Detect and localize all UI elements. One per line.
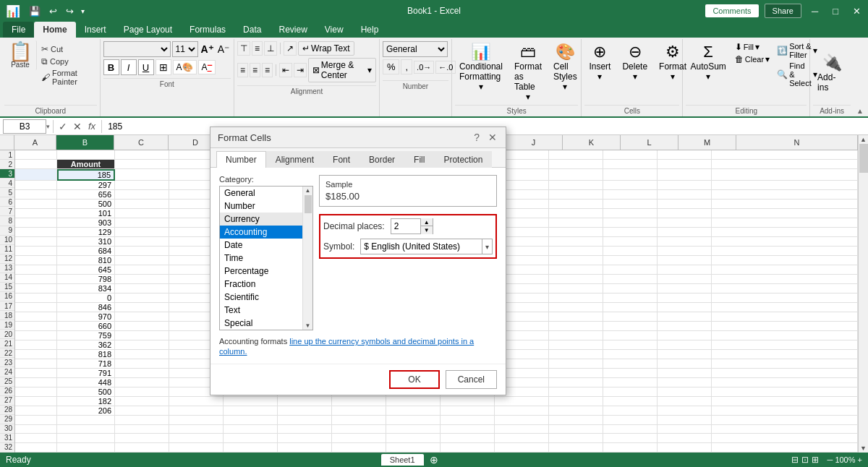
decimal-down-btn[interactable]: ▼ bbox=[421, 226, 433, 234]
dialog-close-btn[interactable]: ✕ bbox=[487, 132, 498, 143]
cat-accounting[interactable]: Accounting bbox=[220, 226, 302, 239]
format-empty-area bbox=[319, 265, 497, 308]
category-list[interactable]: General Number Currency Accounting Date … bbox=[220, 187, 302, 331]
description-text: Accounting formats bbox=[219, 337, 289, 346]
cat-scientific[interactable]: Scientific bbox=[220, 291, 302, 304]
cat-currency[interactable]: Currency bbox=[220, 213, 302, 226]
cat-fraction[interactable]: Fraction bbox=[220, 278, 302, 291]
dialog-help-btn[interactable]: ? bbox=[471, 132, 482, 143]
cat-general[interactable]: General bbox=[220, 187, 302, 200]
sample-value: $185.00 bbox=[326, 191, 490, 202]
decimal-places-row: Decimal places: ▲ ▼ Symbol: bbox=[319, 214, 497, 259]
sample-section: Sample $185.00 bbox=[319, 175, 497, 207]
dialog-tab-number[interactable]: Number bbox=[216, 151, 266, 168]
description-area: Accounting formats line up the currency … bbox=[219, 336, 497, 356]
cancel-button[interactable]: Cancel bbox=[446, 370, 497, 389]
symbol-value: $ English (United States) bbox=[361, 241, 482, 252]
cat-date[interactable]: Date bbox=[220, 239, 302, 252]
cat-text[interactable]: Text bbox=[220, 304, 302, 317]
symbol-dropdown-btn[interactable]: ▾ bbox=[482, 239, 492, 254]
cat-scroll-up[interactable]: ▲ bbox=[305, 187, 311, 194]
dialog-tab-fill[interactable]: Fill bbox=[404, 151, 434, 168]
category-scrollbar[interactable]: ▲ ▼ bbox=[302, 187, 312, 330]
symbol-label: Symbol: bbox=[323, 241, 354, 252]
dialog-footer: OK Cancel bbox=[210, 364, 506, 395]
decimal-places-label: Decimal places: bbox=[323, 221, 385, 231]
cat-number[interactable]: Number bbox=[220, 200, 302, 213]
category-section: Category: General Number Currency Accoun… bbox=[219, 175, 313, 330]
cat-custom[interactable]: Custom bbox=[220, 330, 302, 331]
cat-special[interactable]: Special bbox=[220, 317, 302, 330]
dialog-body: Category: General Number Currency Accoun… bbox=[210, 168, 506, 364]
cat-scroll-down[interactable]: ▼ bbox=[305, 322, 311, 329]
dialog-tab-alignment[interactable]: Alignment bbox=[266, 151, 323, 168]
cat-time[interactable]: Time bbox=[220, 252, 302, 265]
decimal-places-input[interactable] bbox=[391, 219, 420, 234]
category-label: Category: bbox=[219, 175, 313, 184]
dialog-tab-protection[interactable]: Protection bbox=[434, 151, 492, 168]
dialog-title-bar: Format Cells ? ✕ bbox=[210, 127, 506, 148]
dialog-tabs: Number Alignment Font Border Fill Protec… bbox=[210, 148, 506, 168]
dialog-tab-font[interactable]: Font bbox=[323, 151, 359, 168]
dialog-tab-border[interactable]: Border bbox=[359, 151, 404, 168]
sample-label: Sample bbox=[326, 180, 490, 189]
cat-percentage[interactable]: Percentage bbox=[220, 265, 302, 278]
ok-button[interactable]: OK bbox=[389, 370, 439, 389]
format-options: Sample $185.00 Decimal places: ▲ ▼ bbox=[319, 175, 497, 330]
cat-scroll-thumb[interactable] bbox=[305, 195, 312, 213]
dialog-title: Format Cells bbox=[218, 132, 271, 143]
format-cells-dialog: Format Cells ? ✕ Number Alignment Font B… bbox=[210, 127, 506, 395]
decimal-up-btn[interactable]: ▲ bbox=[421, 218, 433, 226]
dialog-overlay: Format Cells ? ✕ Number Alignment Font B… bbox=[0, 0, 868, 467]
